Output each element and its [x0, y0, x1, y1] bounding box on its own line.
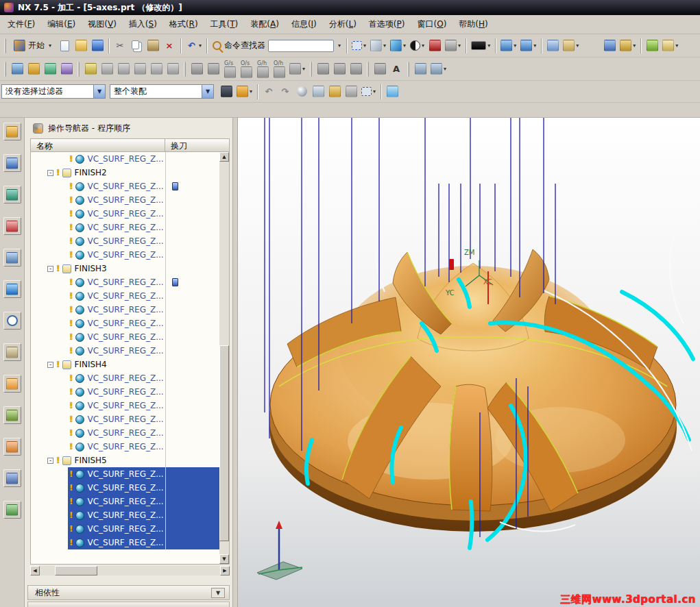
- menu-item[interactable]: 首选项(P): [363, 16, 411, 33]
- tree-operation-row[interactable]: !VC_SURF_REG_Z...: [31, 412, 219, 426]
- delete-operation-button[interactable]: [148, 60, 165, 78]
- constraint-navigator-icon[interactable]: [3, 154, 21, 172]
- command-finder-input[interactable]: [268, 40, 334, 52]
- undo-view-button[interactable]: ↶: [261, 83, 277, 101]
- combo-dropdown-button[interactable]: ▼: [202, 85, 213, 98]
- toolbar-grip[interactable]: [77, 62, 80, 77]
- chevron-down-icon[interactable]: ▾: [487, 42, 490, 49]
- cut-button[interactable]: ✂: [112, 37, 128, 55]
- tree-operation-row[interactable]: !VC_SURF_REG_Z...: [31, 248, 219, 262]
- snap-enable-button[interactable]: [326, 83, 343, 101]
- chevron-down-icon[interactable]: ▾: [363, 42, 366, 49]
- selection-scope-combo[interactable]: 整个装配 ▼: [110, 84, 214, 99]
- create-geometry-button[interactable]: [42, 60, 58, 78]
- delete-button[interactable]: ×: [161, 37, 178, 55]
- move-component-button[interactable]: [315, 60, 331, 78]
- edit-operation-button[interactable]: [82, 60, 99, 78]
- chevron-down-icon[interactable]: ▾: [383, 42, 386, 49]
- tree-operation-row[interactable]: !VC_SURF_REG_Z...: [31, 344, 219, 358]
- menu-item[interactable]: 文件(F): [1, 16, 41, 33]
- list-toolpath-button[interactable]: O/s: [238, 60, 254, 78]
- chevron-down-icon[interactable]: ▾: [514, 42, 516, 49]
- tree-expander[interactable]: -: [47, 266, 53, 272]
- extra-tools-button[interactable]: ▾: [660, 37, 680, 55]
- highlight-button[interactable]: [218, 83, 234, 101]
- assembly-constraint-button[interactable]: [331, 60, 348, 78]
- tree-operation-row[interactable]: !VC_SURF_REG_Z...: [31, 330, 219, 344]
- machining-wizard-icon[interactable]: [3, 406, 21, 424]
- chevron-down-icon[interactable]: ▾: [458, 42, 461, 49]
- tree-expander[interactable]: -: [47, 458, 53, 464]
- toolbar-grip[interactable]: [407, 62, 409, 77]
- chevron-down-icon[interactable]: ▾: [533, 42, 536, 49]
- marquee-select-button[interactable]: ▾: [359, 83, 378, 101]
- collapse-chevron-icon[interactable]: ▼: [211, 588, 225, 598]
- chevron-down-icon[interactable]: ▾: [422, 42, 424, 49]
- toolbar-grip[interactable]: [184, 62, 186, 77]
- roles-icon[interactable]: [3, 438, 21, 456]
- process-studio-icon[interactable]: [3, 375, 21, 393]
- replay-toolpath-button[interactable]: [205, 60, 221, 78]
- tree-operation-row[interactable]: !VC_SURF_REG_Z...: [31, 317, 219, 330]
- tree-operation-row[interactable]: !VC_SURF_REG_Z...: [31, 508, 219, 522]
- selection-type-button[interactable]: ▾: [350, 37, 368, 55]
- assembly-navigator-icon[interactable]: [3, 123, 21, 140]
- save-button[interactable]: [89, 37, 106, 55]
- scroll-right-button[interactable]: ▶: [220, 566, 230, 575]
- copy-operation-button[interactable]: [115, 60, 132, 78]
- tree-operation-row[interactable]: !VC_SURF_REG_Z...: [31, 536, 219, 549]
- chevron-down-icon[interactable]: ▾: [302, 66, 305, 72]
- generate-toolpath-button[interactable]: [189, 60, 205, 78]
- tree-operation-row[interactable]: !VC_SURF_REG_Z...: [31, 289, 219, 303]
- tree-operation-row[interactable]: !VC_SURF_REG_Z...: [31, 275, 219, 289]
- start-menu-button[interactable]: 开始 ▾: [9, 37, 56, 55]
- vertical-scrollbar[interactable]: ▲ ▼: [219, 152, 229, 564]
- window-display-button[interactable]: [544, 37, 561, 55]
- pan-view-button[interactable]: ▾: [498, 37, 518, 55]
- chevron-down-icon[interactable]: ▾: [338, 42, 341, 49]
- horizontal-scrollbar[interactable]: ◀ ▶: [30, 566, 230, 575]
- tree-operation-row[interactable]: !VC_SURF_REG_Z...: [31, 234, 219, 248]
- column-toolchange[interactable]: 换刀: [165, 139, 229, 151]
- graphics-viewport[interactable]: ZM YC XC 三维网www.3dportal.cn: [238, 118, 700, 607]
- panel-resize-gutter[interactable]: [233, 118, 238, 607]
- chevron-down-icon[interactable]: ▾: [373, 88, 376, 95]
- toolbar-grip[interactable]: [310, 62, 312, 77]
- selection-filter-combo[interactable]: 没有选择过滤器 ▼: [1, 84, 106, 99]
- history-icon[interactable]: [3, 312, 21, 330]
- pattern-component-button[interactable]: [348, 60, 364, 78]
- render-style-button[interactable]: ▾: [408, 37, 426, 55]
- sphere-display-button[interactable]: [293, 83, 310, 101]
- scrollbar-thumb[interactable]: [55, 566, 97, 575]
- plane-display-button[interactable]: [310, 83, 326, 101]
- create-tool-button[interactable]: [25, 60, 42, 78]
- tree-operation-row[interactable]: !VC_SURF_REG_Z...: [31, 495, 219, 508]
- solid-primitive-button[interactable]: ▾: [388, 37, 408, 55]
- chevron-down-icon[interactable]: ▾: [250, 88, 252, 95]
- menu-item[interactable]: 窗口(O): [411, 16, 452, 33]
- rotate-view-button[interactable]: ▾: [518, 37, 538, 55]
- toolbar-grip[interactable]: [367, 62, 369, 77]
- tree-operation-row[interactable]: !VC_SURF_REG_Z...: [31, 221, 219, 234]
- tree-operation-row[interactable]: !VC_SURF_REG_Z...: [31, 399, 219, 412]
- menu-item[interactable]: 装配(A): [244, 16, 285, 33]
- combo-dropdown-button[interactable]: ▼: [93, 85, 105, 98]
- dependencies-bar[interactable]: 相依性 ▼: [27, 585, 230, 600]
- tree-operation-row[interactable]: !VC_SURF_REG_Z...: [31, 426, 219, 440]
- details-bar-partial[interactable]: [27, 602, 230, 607]
- snap-point-button[interactable]: ▾: [234, 83, 254, 101]
- toolbar-grip[interactable]: [4, 38, 6, 53]
- tree-group-row[interactable]: -!FINISH2: [31, 166, 219, 179]
- chevron-down-icon[interactable]: ▾: [444, 66, 446, 72]
- measure-button[interactable]: [372, 60, 388, 78]
- web-browser-icon[interactable]: [3, 280, 21, 298]
- undo-button[interactable]: ↶▾: [184, 37, 204, 55]
- datum-plane-button[interactable]: ▾: [368, 37, 388, 55]
- chevron-down-icon[interactable]: ▾: [199, 42, 202, 49]
- tree-operation-row[interactable]: !VC_SURF_REG_Z...: [31, 152, 219, 166]
- transform-operation-button[interactable]: [165, 60, 181, 78]
- menu-item[interactable]: 信息(I): [285, 16, 323, 33]
- menu-item[interactable]: 工具(T): [204, 16, 245, 33]
- menu-item[interactable]: 分析(L): [323, 16, 363, 33]
- part-navigator-icon[interactable]: [3, 186, 21, 203]
